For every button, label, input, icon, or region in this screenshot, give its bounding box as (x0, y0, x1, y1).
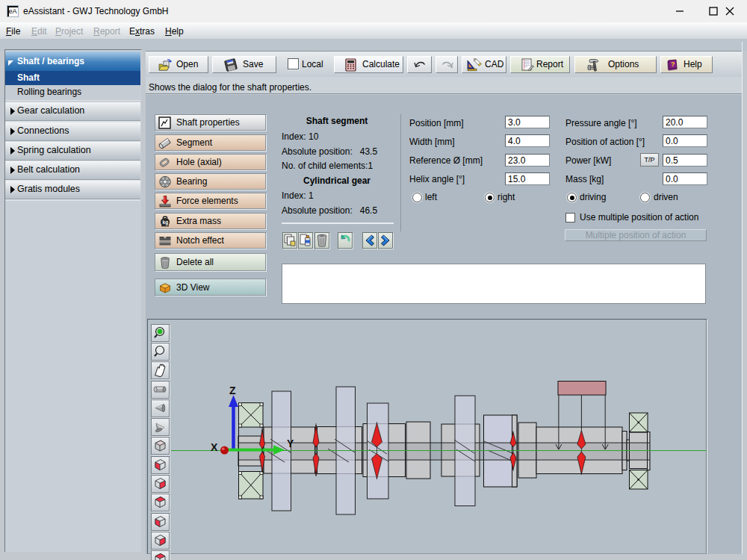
svg-text:Y: Y (287, 438, 294, 449)
svg-text:?: ? (671, 60, 675, 68)
svg-text:X: X (211, 441, 218, 453)
svg-text:Z: Z (229, 385, 236, 396)
svg-text:kg: kg (163, 220, 169, 225)
